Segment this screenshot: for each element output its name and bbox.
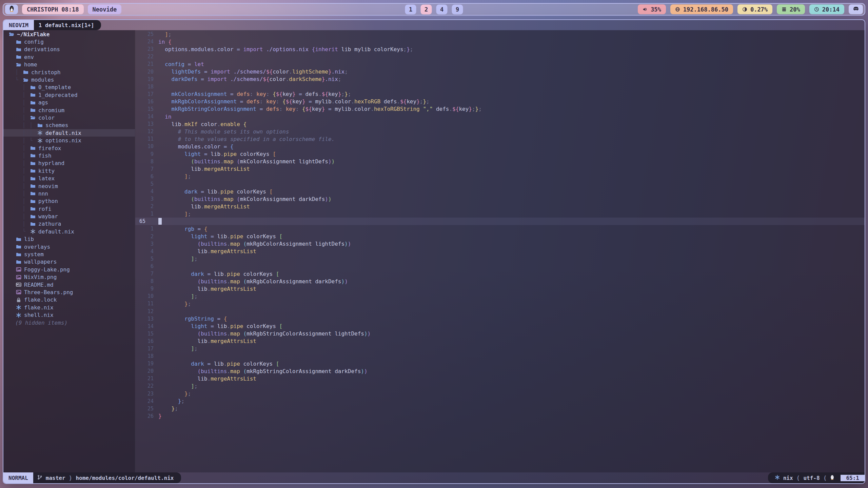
code-line[interactable]: 7 dark = lib.pipe colorKeys [ bbox=[135, 270, 865, 278]
code-line[interactable]: 14 light = lib.pipe colorKeys [ bbox=[135, 323, 865, 330]
code-line[interactable]: 18 bbox=[135, 83, 865, 90]
tree-item-latex[interactable]: │latex bbox=[3, 175, 135, 182]
tree-item-derivations[interactable]: derivations bbox=[3, 46, 135, 53]
code-line[interactable]: 19 darkDefs = import ./schemes/${color.d… bbox=[135, 76, 865, 83]
code-line[interactable]: 7 lib.mergeAttrsList bbox=[135, 165, 865, 173]
code-line[interactable]: 25 }; bbox=[135, 405, 865, 412]
code-line[interactable]: 8 (builtins.map (mkColorAssignment light… bbox=[135, 158, 865, 165]
code-line[interactable]: 22 ]; bbox=[135, 382, 865, 390]
code-line[interactable]: 19 dark = lib.pipe colorKeys [ bbox=[135, 360, 865, 367]
tree-item-three-bears-png[interactable]: Three-Bears.png bbox=[3, 288, 135, 296]
workspace-button-4[interactable]: 4 bbox=[436, 4, 448, 14]
code-line[interactable]: 2 light = lib.pipe colorKeys [ bbox=[135, 233, 865, 240]
code-line[interactable]: 1 ]; bbox=[135, 210, 865, 218]
code-editor[interactable]: 25 ];24in {23 options.modules.color = im… bbox=[135, 30, 865, 472]
tree-item-zathura[interactable]: │zathura bbox=[3, 220, 135, 228]
code-line[interactable]: 16 mkRgbColorAssignment = defs: key: {${… bbox=[135, 98, 865, 105]
workspace-button-2[interactable]: 2 bbox=[421, 4, 432, 14]
tab-default-nix[interactable]: 1 default.nix[1+] bbox=[34, 20, 101, 30]
code-line[interactable]: 20 (builtins.map (mkRgbStringColorAssign… bbox=[135, 367, 865, 375]
tree-item-kitty[interactable]: │kitty bbox=[3, 167, 135, 175]
code-line[interactable]: 2 lib.mergeAttrsList bbox=[135, 203, 865, 210]
code-line[interactable]: 22 bbox=[135, 53, 865, 60]
tree-item-wallpapers[interactable]: wallpapers bbox=[3, 258, 135, 266]
tree-item-flake-nix[interactable]: flake.nix bbox=[3, 304, 135, 311]
tree-item-home[interactable]: home bbox=[3, 61, 135, 68]
tree-item-fish[interactable]: │fish bbox=[3, 152, 135, 159]
tree-item-ags[interactable]: │ags bbox=[3, 99, 135, 106]
code-line[interactable]: 18 bbox=[135, 352, 865, 360]
code-line[interactable]: 17 mkColorAssignment = defs: key: {${key… bbox=[135, 90, 865, 98]
tree-item-nnn[interactable]: │nnn bbox=[3, 190, 135, 197]
tree-item-nixvim-png[interactable]: NixVim.png bbox=[3, 273, 135, 281]
code-line[interactable]: 12 # This module sets its own options bbox=[135, 128, 865, 135]
tree-item-foggy-lake-png[interactable]: Foggy-Lake.png bbox=[3, 266, 135, 273]
tree-item-neovim[interactable]: │neovim bbox=[3, 182, 135, 190]
tree-item-lib[interactable]: lib bbox=[3, 236, 135, 243]
tree-item-config[interactable]: config bbox=[3, 38, 135, 45]
tree-item-readme-md[interactable]: README.md bbox=[3, 281, 135, 288]
code-line[interactable]: 11 }; bbox=[135, 300, 865, 307]
tree-item-env[interactable]: env bbox=[3, 53, 135, 61]
tree-item-1-deprecated[interactable]: │1_deprecated bbox=[3, 91, 135, 99]
tree-item-christoph[interactable]: │christoph bbox=[3, 68, 135, 76]
code-line[interactable]: 9 lib.mergeAttrsList bbox=[135, 285, 865, 292]
tree-item-python[interactable]: │python bbox=[3, 198, 135, 205]
tree-item-overlays[interactable]: overlays bbox=[3, 243, 135, 250]
code-line[interactable]: 20 lightDefs = import ./schemes/${color.… bbox=[135, 68, 865, 75]
code-line[interactable]: 23 }; bbox=[135, 390, 865, 398]
code-line[interactable]: 5 bbox=[135, 180, 865, 188]
code-line[interactable]: 8 (builtins.map (mkRgbColorAssignment da… bbox=[135, 278, 865, 285]
tray-discord-button[interactable] bbox=[849, 4, 863, 14]
code-line[interactable]: 6 bbox=[135, 263, 865, 270]
code-line[interactable]: 6 ]; bbox=[135, 173, 865, 180]
tree-item-default-nix[interactable]: ││default.nix bbox=[3, 129, 135, 137]
code-line[interactable]: 16 lib.mergeAttrsList bbox=[135, 338, 865, 345]
tree-item-rofi[interactable]: │rofi bbox=[3, 205, 135, 212]
code-line[interactable]: 14 in bbox=[135, 113, 865, 120]
code-line[interactable]: 24 }; bbox=[135, 398, 865, 405]
code-line[interactable]: 3 (builtins.map (mkRgbColorAssignment li… bbox=[135, 240, 865, 248]
tree-item-hyprland[interactable]: │hyprland bbox=[3, 160, 135, 167]
tree-item-waybar[interactable]: │waybar bbox=[3, 212, 135, 220]
tree-item-shell-nix[interactable]: shell.nix bbox=[3, 311, 135, 319]
code-line[interactable]: 25 ]; bbox=[135, 30, 865, 38]
code-token bbox=[194, 226, 198, 232]
tree-item-modules[interactable]: └modules bbox=[3, 76, 135, 83]
tree-item--nixflake[interactable]: ~/NixFlake bbox=[3, 30, 135, 38]
code-line[interactable]: 23 options.modules.color = import ./opti… bbox=[135, 45, 865, 53]
code-line[interactable]: 21 lib.mergeAttrsList bbox=[135, 375, 865, 382]
code-line[interactable]: 15 (builtins.map (mkRgbStringColorAssign… bbox=[135, 330, 865, 338]
workspace-button-9[interactable]: 9 bbox=[452, 4, 463, 14]
tree-item-options-nix[interactable]: │└options.nix bbox=[3, 137, 135, 144]
code-line[interactable]: 21 config = let bbox=[135, 60, 865, 68]
code-line[interactable]: 12 bbox=[135, 307, 865, 315]
code-line-current[interactable]: 65 bbox=[135, 218, 865, 225]
code-line[interactable]: 24in { bbox=[135, 38, 865, 45]
code-line[interactable]: 13 lib.mkIf color.enable { bbox=[135, 120, 865, 128]
tree-item-default-nix[interactable]: └default.nix bbox=[3, 228, 135, 235]
workspace-button-1[interactable]: 1 bbox=[405, 4, 416, 14]
code-line[interactable]: 9 light = lib.pipe colorKeys [ bbox=[135, 150, 865, 158]
tree-item-firefox[interactable]: │firefox bbox=[3, 144, 135, 152]
code-line[interactable]: 17 ]; bbox=[135, 345, 865, 352]
code-line[interactable]: 4 lib.mergeAttrsList bbox=[135, 248, 865, 255]
code-line[interactable]: 13 rgbString = { bbox=[135, 315, 865, 323]
code-line[interactable]: 10 ]; bbox=[135, 292, 865, 300]
launcher-button[interactable] bbox=[5, 4, 18, 14]
code-line[interactable]: 15 mkRgbStringColorAssignment = defs: ke… bbox=[135, 105, 865, 113]
code-line[interactable]: 10 modules.color = { bbox=[135, 143, 865, 150]
code-line[interactable]: 3 (builtins.map (mkColorAssignment darkD… bbox=[135, 195, 865, 203]
tree-item-label: options.nix bbox=[45, 137, 81, 144]
tree-item-flake-lock[interactable]: flake.lock bbox=[3, 296, 135, 304]
code-line[interactable]: 1 rgb = { bbox=[135, 225, 865, 232]
tree-item-system[interactable]: system bbox=[3, 250, 135, 258]
tree-item-chromium[interactable]: │chromium bbox=[3, 106, 135, 114]
tree-item-schemes[interactable]: ││schemes bbox=[3, 122, 135, 129]
tree-item-0-template[interactable]: │0_template bbox=[3, 84, 135, 91]
code-line[interactable]: 26} bbox=[135, 412, 865, 420]
tree-item-color[interactable]: │color bbox=[3, 114, 135, 121]
code-line[interactable]: 11 # to the values specified in a colors… bbox=[135, 135, 865, 143]
code-line[interactable]: 4 dark = lib.pipe colorKeys [ bbox=[135, 188, 865, 195]
code-line[interactable]: 5 ]; bbox=[135, 255, 865, 263]
